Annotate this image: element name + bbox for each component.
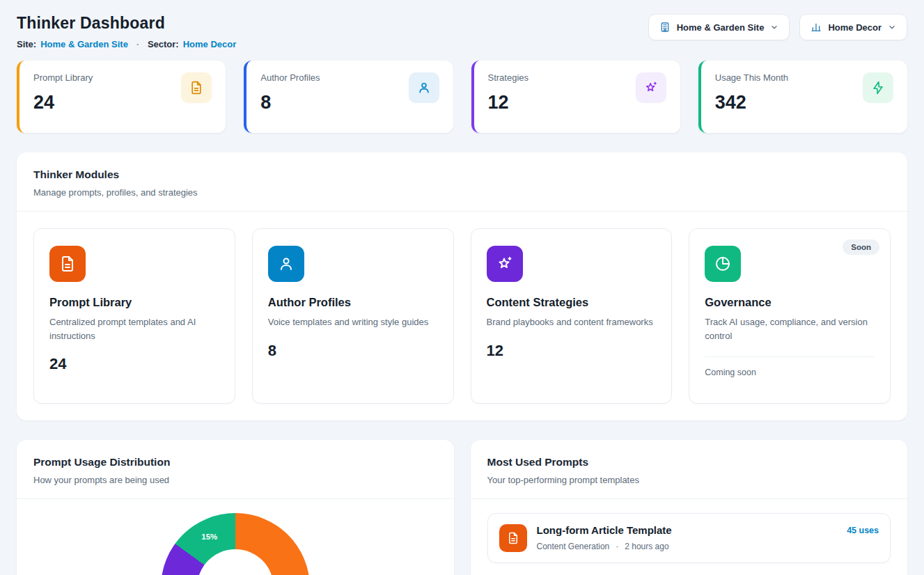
stat-text: Author Profiles 8: [260, 72, 320, 120]
header-controls: Home & Garden Site Home Decor: [648, 14, 907, 40]
lightning-icon: [863, 72, 893, 103]
module-title: Governance: [705, 296, 875, 309]
building-icon: [659, 22, 671, 33]
usage-subtitle: How your prompts are being used: [33, 475, 437, 485]
module-description: Voice templates and writing style guides: [268, 315, 438, 329]
chevron-down-icon: [770, 23, 778, 31]
slice-data-label: 15%: [201, 533, 217, 541]
stat-card-author-profiles: Author Profiles 8: [244, 61, 453, 133]
document-icon: [499, 524, 527, 552]
sparkle-star-icon: [487, 246, 523, 282]
prompt-item-body: Long-form Article Template Content Gener…: [537, 524, 838, 551]
page-header: Thinker Dashboard Site: Home & Garden Si…: [17, 14, 907, 49]
uses-count: 45 uses: [847, 526, 879, 535]
usage-panel-header: Prompt Usage Distribution How your promp…: [17, 440, 454, 498]
stat-text: Usage This Month 342: [715, 72, 788, 120]
prompt-item-title: Long-form Article Template: [537, 524, 838, 536]
modules-title: Thinker Modules: [33, 168, 891, 181]
site-selector-dropdown[interactable]: Home & Garden Site: [648, 14, 790, 40]
chart-area: 15%: [17, 499, 454, 575]
person-icon: [268, 246, 304, 282]
soon-badge: Soon: [843, 239, 879, 255]
bar-chart-icon: [811, 22, 822, 33]
pie-chart-icon: [705, 246, 741, 282]
stat-value: 12: [488, 92, 529, 113]
module-card-prompt-library[interactable]: Prompt Library Centralized prompt templa…: [33, 228, 235, 404]
page-title: Thinker Dashboard: [17, 14, 236, 33]
prompt-time: 2 hours ago: [625, 542, 668, 551]
prompt-category: Content Generation: [537, 542, 610, 551]
prompt-list-item[interactable]: Long-form Article Template Content Gener…: [487, 513, 891, 563]
most-used-title: Most Used Prompts: [487, 456, 891, 468]
stats-row: Prompt Library 24 Author Profiles 8 Stra…: [17, 61, 907, 133]
usage-title: Prompt Usage Distribution: [33, 456, 437, 468]
usage-distribution-panel: Prompt Usage Distribution How your promp…: [17, 440, 454, 575]
stat-card-strategies: Strategies 12: [471, 61, 680, 133]
modules-subtitle: Manage prompts, profiles, and strategies: [33, 187, 891, 198]
separator-dot: ·: [616, 542, 618, 551]
most-used-panel-header: Most Used Prompts Your top-performing pr…: [471, 440, 908, 498]
sector-selector-label: Home Decor: [828, 22, 882, 33]
modules-panel-header: Thinker Modules Manage prompts, profiles…: [17, 152, 907, 211]
prompt-list: Long-form Article Template Content Gener…: [471, 499, 908, 575]
module-title: Prompt Library: [49, 296, 219, 309]
dashboard-page: Thinker Dashboard Site: Home & Garden Si…: [0, 0, 924, 575]
stat-text: Prompt Library 24: [33, 72, 93, 120]
coming-soon-label: Coming soon: [705, 368, 875, 377]
person-icon: [409, 72, 439, 103]
site-link[interactable]: Home & Garden Site: [40, 39, 128, 49]
most-used-prompts-panel: Most Used Prompts Your top-performing pr…: [471, 440, 908, 575]
site-label: Site:: [17, 39, 36, 49]
stat-value: 342: [715, 92, 788, 113]
modules-grid: Prompt Library Centralized prompt templa…: [17, 212, 907, 420]
sector-selector-dropdown[interactable]: Home Decor: [799, 14, 907, 40]
document-icon: [181, 72, 212, 103]
sector-link[interactable]: Home Decor: [183, 39, 237, 49]
module-card-content-strategies[interactable]: Content Strategies Brand playbooks and c…: [471, 228, 673, 404]
sparkle-star-icon: [636, 72, 666, 103]
sector-label: Sector:: [148, 39, 179, 49]
module-count: 24: [49, 355, 219, 373]
stat-card-prompt-library: Prompt Library 24: [17, 61, 226, 133]
donut-segments: [161, 513, 310, 575]
module-description: Centralized prompt templates and AI inst…: [49, 315, 219, 342]
stat-label: Usage This Month: [715, 72, 788, 83]
most-used-subtitle: Your top-performing prompt templates: [487, 475, 891, 485]
separator-dot: ·: [136, 40, 139, 49]
module-count: 8: [268, 342, 438, 360]
donut-chart: 15%: [161, 513, 310, 575]
module-card-author-profiles[interactable]: Author Profiles Voice templates and writ…: [252, 228, 454, 404]
module-card-governance[interactable]: Soon Governance Track AI usage, complian…: [689, 228, 891, 404]
stat-text: Strategies 12: [488, 72, 529, 120]
chevron-down-icon: [888, 23, 896, 31]
stat-label: Author Profiles: [260, 72, 320, 83]
stat-value: 8: [260, 92, 320, 113]
module-title: Content Strategies: [487, 296, 657, 309]
module-description: Brand playbooks and content frameworks: [487, 315, 657, 329]
module-description: Track AI usage, compliance, and version …: [705, 315, 875, 342]
bottom-row: Prompt Usage Distribution How your promp…: [17, 440, 907, 575]
site-selector-label: Home & Garden Site: [677, 22, 765, 33]
document-icon: [49, 246, 86, 282]
stat-label: Prompt Library: [33, 72, 93, 83]
thinker-modules-panel: Thinker Modules Manage prompts, profiles…: [17, 152, 907, 420]
breadcrumb: Site: Home & Garden Site · Sector: Home …: [17, 39, 236, 49]
divider: [705, 356, 875, 357]
module-title: Author Profiles: [268, 296, 438, 309]
prompt-item-meta: Content Generation · 2 hours ago: [537, 542, 838, 551]
module-count: 12: [487, 342, 657, 360]
stat-label: Strategies: [488, 72, 529, 83]
header-left: Thinker Dashboard Site: Home & Garden Si…: [17, 14, 236, 49]
stat-card-usage: Usage This Month 342: [698, 61, 907, 133]
stat-value: 24: [33, 92, 93, 113]
